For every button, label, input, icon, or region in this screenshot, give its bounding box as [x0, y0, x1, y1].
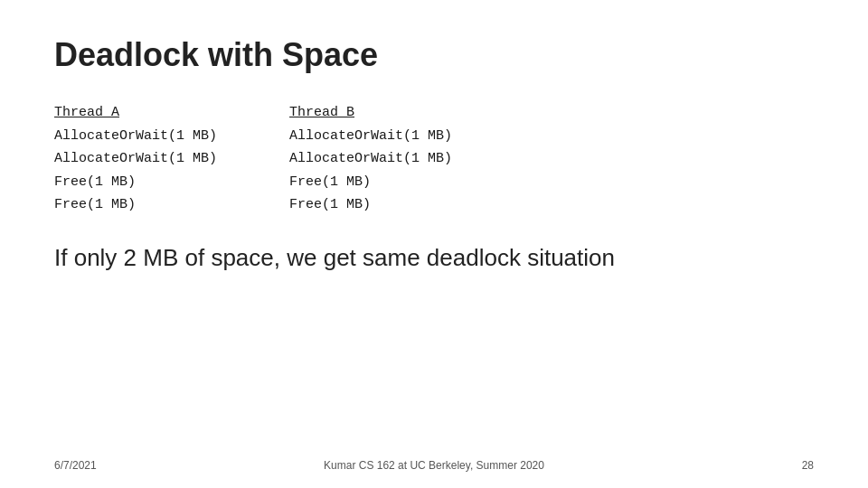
thread-b-line-4: Free(1 MB)	[289, 193, 452, 217]
footer-page: 28	[741, 459, 814, 472]
footer-center: Kumar CS 162 at UC Berkeley, Summer 2020	[127, 459, 741, 472]
thread-b-label: Thread B	[289, 101, 452, 125]
thread-a-line-1: AllocateOrWait(1 MB)	[54, 125, 217, 148]
thread-a-line-2: AllocateOrWait(1 MB)	[54, 147, 217, 171]
code-section: Thread A AllocateOrWait(1 MB) AllocateOr…	[54, 101, 814, 217]
slide-footer: 6/7/2021 Kumar CS 162 at UC Berkeley, Su…	[54, 459, 814, 472]
thread-b-line-3: Free(1 MB)	[289, 171, 452, 194]
thread-a-label: Thread A	[54, 101, 217, 125]
thread-a-column: Thread A AllocateOrWait(1 MB) AllocateOr…	[54, 101, 217, 217]
thread-b-line-1: AllocateOrWait(1 MB)	[289, 125, 452, 148]
slide-title: Deadlock with Space	[54, 36, 814, 74]
thread-b-line-2: AllocateOrWait(1 MB)	[289, 147, 452, 171]
footer-date: 6/7/2021	[54, 459, 127, 472]
description-text: If only 2 MB of space, we get same deadl…	[54, 244, 814, 272]
thread-a-line-3: Free(1 MB)	[54, 171, 217, 194]
thread-b-column: Thread B AllocateOrWait(1 MB) AllocateOr…	[289, 101, 452, 217]
thread-a-line-4: Free(1 MB)	[54, 193, 217, 217]
slide: Deadlock with Space Thread A AllocateOrW…	[0, 0, 868, 488]
